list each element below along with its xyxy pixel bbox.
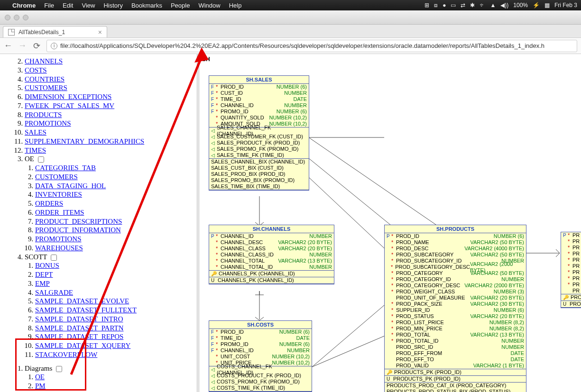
battery-percent: 100% (513, 2, 528, 9)
column-row: *PROD_WEIGHT_CLASSNUMBER (3) (385, 289, 526, 295)
status-icon[interactable]: ▭ (451, 2, 456, 9)
volume-icon[interactable]: ◀)) (500, 2, 508, 9)
entity-cut[interactable]: P*PR*PR*PR*PR*PR*PR*PR*PR*PRPR🔑PROUPRO (561, 232, 581, 308)
uk-row: UPRODUCTS_PK (PROD_ID) (385, 376, 526, 382)
dropbox-icon[interactable]: ⧈ (434, 2, 438, 9)
column-row: PROD_EFF_FROMDATE (385, 350, 526, 356)
column-row: P*PROD_IDNUMBER (6) (385, 233, 526, 239)
column-row: *PR (561, 275, 581, 282)
svg-line-9 (71, 57, 202, 374)
column-row: *PROD_TOTALVARCHAR2 (13 BYTE) (385, 332, 526, 338)
pk-row: 🔑PRO (561, 294, 581, 301)
column-row: PROD_UNIT_OF_MEASUREVARCHAR2 (20 BYTE) (385, 295, 526, 301)
status-icon[interactable]: ✱ (470, 2, 475, 9)
entity-products[interactable]: SH.PRODUCTSP*PROD_IDNUMBER (6)*PROD_NAME… (384, 225, 526, 392)
status-icon[interactable]: ▦ (544, 2, 550, 9)
svg-marker-10 (194, 47, 209, 63)
annotation-arrow (0, 0, 237, 392)
column-row: *PR (561, 269, 581, 275)
svg-line-7 (312, 336, 384, 367)
wifi-icon[interactable]: ᯤ (480, 2, 485, 9)
svg-line-6 (312, 305, 384, 367)
column-row: *PR (561, 263, 581, 269)
entity-name: SH.PRODUCTS (385, 225, 526, 233)
column-row: *PR (561, 282, 581, 288)
status-icon[interactable]: ⇄ (461, 2, 465, 9)
column-row: *PROD_DESCVARCHAR2 (4000 BYTE) (385, 246, 526, 252)
er-diagram[interactable]: SH SH.SALESF*PROD_IDNUMBER (6)F*CUST_IDN… (199, 54, 581, 392)
column-row: *PROD_LIST_PRICENUMBER (8,2) (385, 319, 526, 326)
idx-row: PRODUCTS_PROD_CAT_IX (PROD_CATEGORY) (385, 383, 526, 389)
column-row: *PROD_CATEGORY_DESCVARCHAR2 (2000 BYTE) (385, 283, 526, 289)
column-row: P*PR (561, 232, 581, 238)
column-row: PROD_VALIDVARCHAR2 (1 BYTE) (385, 363, 526, 369)
column-row: *PROD_PACK_SIZEVARCHAR2 (30 BYTE) (385, 301, 526, 307)
column-row: *PROD_SUBCATEGORY_DESCVARCHAR2 (2000 BYT… (385, 264, 526, 270)
menubar-right: ⊞ ⧈ ● ▭ ⇄ ✱ ᯤ ▲ ◀)) 100% ⚡ ▦ Fri Feb 3 (424, 2, 577, 9)
column-row: *PROD_MIN_PRICENUMBER (8,2) (385, 326, 526, 332)
column-row: PROD_EFF_TODATE (385, 356, 526, 363)
column-row: *PROD_NAMEVARCHAR2 (50 BYTE) (385, 239, 526, 246)
column-row: *PROD_STATUSVARCHAR2 (20 BYTE) (385, 313, 526, 319)
column-row: *PROD_CATEGORYVARCHAR2 (50 BYTE) (385, 270, 526, 276)
uk-row: UPRO (561, 301, 581, 307)
column-row: *PR (561, 251, 581, 257)
status-icon[interactable]: ⊞ (424, 2, 429, 9)
status-icon[interactable]: ● (443, 2, 446, 9)
column-row: *PR (561, 238, 581, 245)
clock[interactable]: Fri Feb 3 (554, 2, 577, 9)
column-row: PR (561, 288, 581, 294)
idx-row: PRODUCTS_PROD_STATUS_BIX (PROD_STATUS) (385, 389, 526, 392)
column-row: *PROD_CATEGORY_IDNUMBER (385, 276, 526, 283)
battery-icon[interactable]: ⚡ (533, 2, 540, 9)
column-row: PROD_SRC_IDNUMBER (385, 344, 526, 350)
column-row: *PROD_TOTAL_IDNUMBER (385, 338, 526, 344)
column-row: *PROD_SUBCATEGORYVARCHAR2 (50 BYTE) (385, 252, 526, 258)
pk-row: 🔑PRODUCTS_PK (PROD_ID) (385, 369, 526, 375)
column-row: *SUPPLIER_IDNUMBER (6) (385, 307, 526, 313)
column-row: *PR (561, 257, 581, 263)
column-row: *PR (561, 245, 581, 251)
status-icon[interactable]: ▲ (490, 2, 496, 9)
